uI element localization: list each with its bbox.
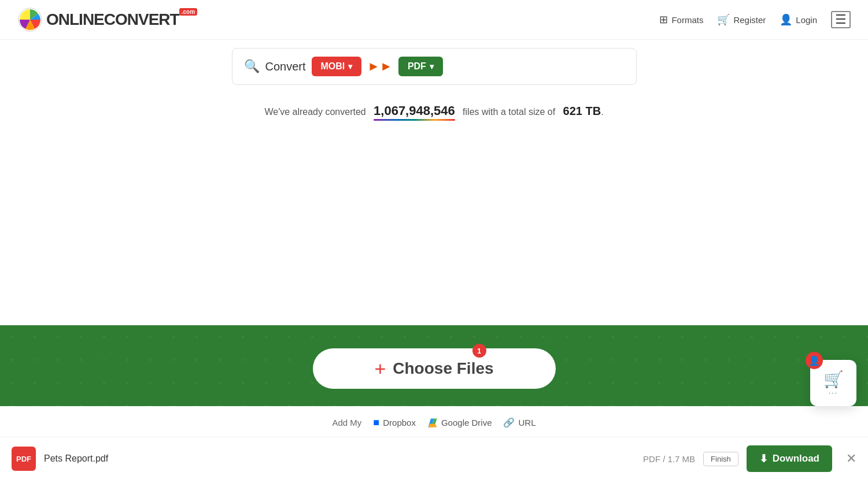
nav-links: ⊞ Formats 🛒 Register 👤 Login ☰	[659, 11, 851, 28]
from-format-label: MOBI	[321, 61, 345, 72]
pdf-icon: PDF	[12, 447, 36, 471]
choose-files-label: Choose Files	[393, 359, 493, 378]
register-icon: 🛒	[717, 13, 730, 26]
upload-section: + Choose Files 1	[0, 325, 868, 406]
plus-icon: +	[374, 359, 386, 378]
fp-dots: ···	[829, 389, 838, 397]
stats-period: .	[601, 107, 603, 117]
converter-bar: 🔍 Convert MOBI ▾ ►► PDF ▾	[232, 48, 637, 85]
url-label: URL	[518, 418, 535, 427]
to-format-button[interactable]: PDF ▾	[398, 57, 443, 76]
download-icon: ⬇	[759, 452, 768, 465]
login-nav[interactable]: 👤 Login	[780, 13, 817, 26]
stats-size: 621 TB	[563, 105, 601, 117]
stats-middle: files with a total size of	[463, 107, 555, 117]
close-button[interactable]: ✕	[846, 451, 856, 466]
logo-text: ONLINECONVERT	[46, 10, 179, 29]
from-format-chevron: ▾	[348, 62, 352, 71]
logo-convert: CONVERT	[104, 10, 179, 28]
add-my-label: Add My	[333, 418, 362, 427]
url-service[interactable]: 🔗 URL	[503, 417, 535, 428]
add-my-section: Add My ■ Dropbox Google Drive 🔗 URL	[0, 406, 868, 437]
from-format-button[interactable]: MOBI ▾	[312, 57, 362, 76]
login-label: Login	[796, 15, 817, 25]
menu-icon: ☰	[831, 11, 851, 28]
files-badge: 1	[472, 344, 486, 358]
floating-panel[interactable]: 👤 🛒 ···	[810, 360, 856, 406]
register-nav[interactable]: 🛒 Register	[717, 13, 766, 26]
dropbox-icon: ■	[373, 417, 379, 429]
file-status-badge: Finish	[703, 452, 738, 466]
header: ONLINECONVERT .com ⊞ Formats 🛒 Register …	[0, 0, 868, 40]
logo-com-badge: .com	[179, 8, 197, 16]
menu-nav[interactable]: ☰	[831, 11, 851, 28]
gdrive-icon	[427, 418, 438, 428]
arrows-icon: ►►	[367, 59, 393, 74]
fp-cart-icon: 🛒	[823, 370, 844, 389]
gdrive-label: Google Drive	[441, 418, 492, 427]
gdrive-service[interactable]: Google Drive	[427, 418, 492, 428]
file-row: PDF Pets Report.pdf PDF / 1.7 MB Finish …	[0, 437, 868, 480]
dropbox-service[interactable]: ■ Dropbox	[373, 417, 416, 429]
formats-label: Formats	[671, 15, 703, 25]
formats-nav[interactable]: ⊞ Formats	[659, 13, 703, 26]
login-icon: 👤	[780, 13, 792, 26]
fp-user-icon: 👤	[806, 352, 823, 369]
convert-label: Convert	[265, 60, 306, 73]
to-format-chevron: ▾	[430, 62, 434, 71]
register-label: Register	[733, 15, 766, 25]
stats-prefix: We've already converted	[264, 107, 365, 117]
formats-icon: ⊞	[659, 13, 668, 26]
stats-number: 1,067,948,546	[374, 103, 455, 118]
download-label: Download	[773, 453, 819, 464]
logo-icon	[17, 7, 43, 32]
file-name: Pets Report.pdf	[44, 453, 635, 464]
search-icon[interactable]: 🔍	[244, 59, 260, 74]
to-format-label: PDF	[408, 61, 426, 72]
download-button[interactable]: ⬇ Download	[747, 445, 832, 472]
spacer	[0, 123, 868, 198]
logo-online: ONLINE	[46, 10, 104, 28]
convert-btn-area: Convert	[0, 480, 868, 487]
file-meta: PDF / 1.7 MB	[643, 454, 695, 464]
choose-files-button[interactable]: + Choose Files 1	[313, 348, 556, 389]
logo-area: ONLINECONVERT .com	[17, 7, 201, 32]
url-icon: 🔗	[503, 417, 515, 428]
dropbox-label: Dropbox	[383, 418, 416, 427]
stats-section: We've already converted 1,067,948,546 fi…	[0, 93, 868, 123]
